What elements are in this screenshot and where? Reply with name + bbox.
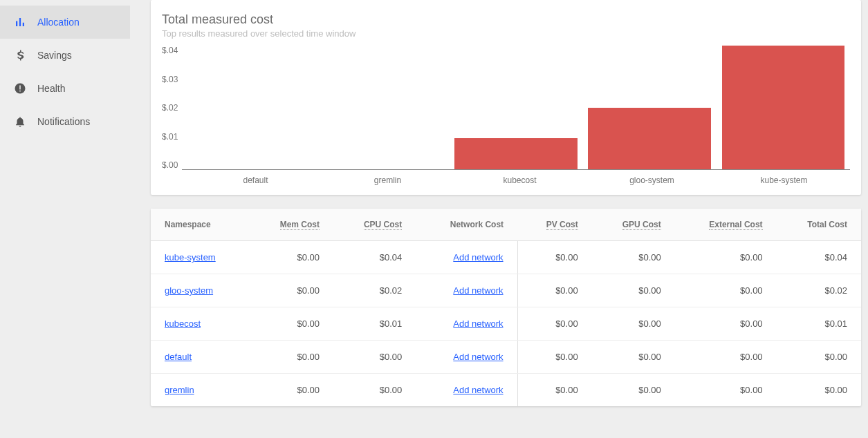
cell-cpu-cost: $0.00 — [333, 374, 416, 407]
cell-network-cost: Add network — [416, 274, 517, 307]
chart-title: Total measured cost — [162, 12, 850, 27]
dollar-icon — [12, 49, 28, 61]
col-pv-cost[interactable]: PV Cost — [517, 209, 592, 241]
x-tick: default — [190, 175, 322, 185]
x-tick: gremlin — [322, 175, 454, 185]
chart-bar[interactable] — [717, 46, 850, 169]
cell-cpu-cost: $0.02 — [333, 274, 416, 307]
cell-network-cost: Add network — [416, 241, 517, 274]
y-tick: $.00 — [162, 160, 178, 170]
chart-plot — [182, 46, 850, 170]
cell-external-cost: $0.00 — [675, 274, 777, 307]
sidebar-item-notifications[interactable]: Notifications — [0, 105, 130, 138]
cell-namespace-link[interactable]: gloo-system — [165, 285, 213, 296]
table-row: kubecost$0.00$0.01Add network$0.00$0.00$… — [151, 307, 861, 341]
y-tick: $.04 — [162, 46, 178, 55]
cell-total-cost: $0.00 — [777, 341, 861, 374]
cost-table-card: Namespace Mem Cost CPU Cost Network Cost… — [151, 209, 861, 406]
table-row: gloo-system$0.00$0.02Add network$0.00$0.… — [151, 274, 861, 307]
cell-namespace-link[interactable]: default — [165, 352, 192, 362]
col-total-cost[interactable]: Total Cost — [777, 209, 861, 241]
cell-external-cost: $0.00 — [675, 307, 777, 341]
cell-mem-cost: $0.00 — [249, 241, 333, 274]
chart-bar[interactable] — [315, 46, 449, 169]
cell-cpu-cost: $0.04 — [333, 241, 416, 274]
cell-namespace-link[interactable]: kubecost — [165, 318, 201, 329]
sidebar-item-health[interactable]: Health — [0, 72, 130, 105]
bell-icon — [12, 115, 28, 128]
cell-gpu-cost: $0.00 — [592, 307, 675, 341]
cell-external-cost: $0.00 — [675, 374, 777, 407]
cell-pv-cost: $0.00 — [517, 274, 592, 307]
svg-rect-2 — [23, 23, 24, 26]
cell-pv-cost: $0.00 — [517, 307, 592, 341]
cell-network-cost-link[interactable]: Add network — [453, 352, 503, 362]
chart-card: Total measured cost Top results measured… — [151, 0, 861, 195]
sidebar-item-savings[interactable]: Savings — [0, 39, 130, 72]
chart-bar[interactable] — [450, 46, 583, 169]
svg-rect-5 — [19, 91, 21, 92]
sidebar-item-allocation[interactable]: Allocation — [0, 6, 130, 39]
cell-namespace: default — [151, 341, 249, 374]
svg-rect-4 — [19, 86, 21, 90]
col-gpu-cost[interactable]: GPU Cost — [592, 209, 675, 241]
cell-namespace: gremlin — [151, 374, 249, 407]
cell-mem-cost: $0.00 — [249, 307, 333, 341]
cell-pv-cost: $0.00 — [517, 341, 592, 374]
y-tick: $.03 — [162, 75, 178, 84]
cell-gpu-cost: $0.00 — [592, 374, 675, 407]
cell-total-cost: $0.02 — [777, 274, 861, 307]
cell-network-cost-link[interactable]: Add network — [453, 252, 503, 263]
main-content: Total measured cost Top results measured… — [130, 0, 868, 438]
table-row: default$0.00$0.00Add network$0.00$0.00$0… — [151, 341, 861, 374]
cell-network-cost-link[interactable]: Add network — [453, 318, 503, 329]
cell-namespace: kubecost — [151, 307, 249, 341]
x-tick: gloo-system — [586, 175, 718, 185]
cell-total-cost: $0.04 — [777, 241, 861, 274]
cell-gpu-cost: $0.00 — [592, 341, 675, 374]
cell-gpu-cost: $0.00 — [592, 241, 675, 274]
sidebar-item-label: Health — [37, 83, 65, 94]
cell-mem-cost: $0.00 — [249, 274, 333, 307]
cell-namespace: gloo-system — [151, 274, 249, 307]
cell-network-cost-link[interactable]: Add network — [453, 285, 503, 296]
x-tick: kubecost — [454, 175, 586, 185]
chart-y-axis: $.04 $.03 $.02 $.01 $.00 — [162, 46, 182, 170]
cell-namespace-link[interactable]: kube-system — [165, 252, 216, 263]
cost-table: Namespace Mem Cost CPU Cost Network Cost… — [151, 209, 861, 406]
cell-total-cost: $0.00 — [777, 374, 861, 407]
col-external-cost[interactable]: External Cost — [675, 209, 777, 241]
chart-bar[interactable] — [182, 46, 315, 169]
error-icon — [12, 82, 28, 95]
svg-rect-0 — [16, 21, 17, 27]
cell-network-cost: Add network — [416, 374, 517, 407]
cell-pv-cost: $0.00 — [517, 374, 592, 407]
col-namespace[interactable]: Namespace — [151, 209, 249, 241]
chart-bar[interactable] — [583, 46, 717, 169]
sidebar-item-label: Allocation — [37, 17, 80, 28]
sidebar-item-label: Savings — [37, 50, 72, 61]
chart-x-axis: defaultgremlinkubecostgloo-systemkube-sy… — [190, 175, 850, 185]
chart-subtitle: Top results measured over selected time … — [162, 28, 850, 39]
cell-namespace: kube-system — [151, 241, 249, 274]
x-tick: kube-system — [718, 175, 850, 185]
cell-cpu-cost: $0.01 — [333, 307, 416, 341]
sidebar-item-label: Notifications — [37, 116, 90, 127]
col-mem-cost[interactable]: Mem Cost — [249, 209, 333, 241]
bar-chart-icon — [12, 16, 28, 28]
cell-mem-cost: $0.00 — [249, 374, 333, 407]
col-network-cost[interactable]: Network Cost — [416, 209, 517, 241]
cell-external-cost: $0.00 — [675, 341, 777, 374]
table-row: kube-system$0.00$0.04Add network$0.00$0.… — [151, 241, 861, 274]
cell-network-cost: Add network — [416, 341, 517, 374]
col-cpu-cost[interactable]: CPU Cost — [333, 209, 416, 241]
table-row: gremlin$0.00$0.00Add network$0.00$0.00$0… — [151, 374, 861, 407]
y-tick: $.01 — [162, 132, 178, 142]
cell-network-cost: Add network — [416, 307, 517, 341]
cell-network-cost-link[interactable]: Add network — [453, 385, 503, 395]
y-tick: $.02 — [162, 103, 178, 113]
cell-mem-cost: $0.00 — [249, 341, 333, 374]
cell-namespace-link[interactable]: gremlin — [165, 385, 194, 395]
cell-total-cost: $0.01 — [777, 307, 861, 341]
cell-gpu-cost: $0.00 — [592, 274, 675, 307]
